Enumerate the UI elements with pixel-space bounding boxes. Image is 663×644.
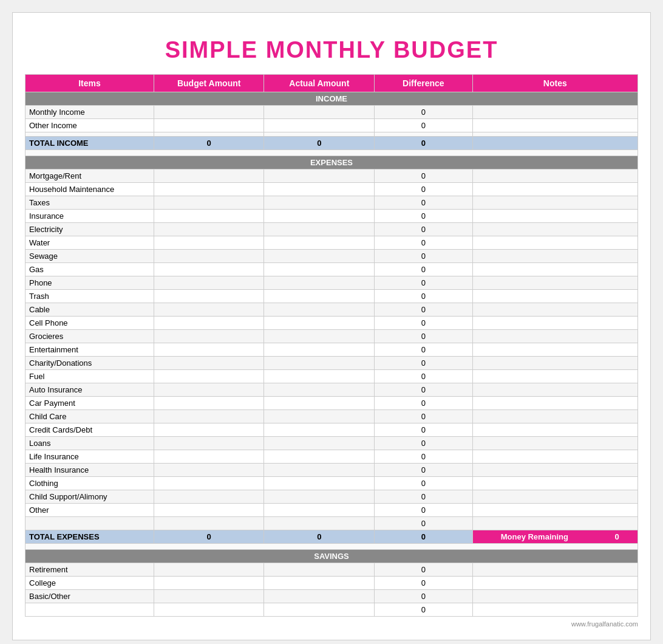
row-actual[interactable]	[264, 183, 375, 196]
row-actual[interactable]	[264, 263, 375, 276]
row-item[interactable]: Taxes	[25, 196, 154, 210]
row-notes[interactable]	[472, 563, 638, 577]
row-item[interactable]: Mortgage/Rent	[25, 170, 154, 183]
row-item[interactable]: Child Care	[25, 410, 154, 423]
row-item[interactable]: Auto Insurance	[25, 383, 154, 397]
row-item[interactable]: Fuel	[25, 370, 154, 383]
row-notes[interactable]	[472, 183, 638, 196]
row-budget[interactable]	[154, 210, 264, 223]
row-item[interactable]: Other Income	[25, 119, 154, 132]
row-notes[interactable]	[472, 170, 638, 183]
row-actual[interactable]	[264, 276, 375, 290]
row-budget[interactable]	[154, 343, 264, 357]
row-budget[interactable]	[154, 517, 264, 530]
row-notes[interactable]	[472, 437, 638, 450]
row-notes[interactable]	[472, 370, 638, 383]
row-budget[interactable]	[154, 450, 264, 464]
row-item[interactable]	[25, 517, 154, 530]
row-budget[interactable]	[154, 196, 264, 210]
row-actual[interactable]	[264, 517, 375, 530]
row-budget[interactable]	[154, 563, 264, 577]
row-item[interactable]: Gas	[25, 263, 154, 276]
row-actual[interactable]	[264, 410, 375, 423]
row-item[interactable]: Clothing	[25, 477, 154, 490]
row-actual[interactable]	[264, 490, 375, 504]
row-budget[interactable]	[154, 504, 264, 517]
row-actual[interactable]	[264, 383, 375, 397]
row-budget[interactable]	[154, 223, 264, 236]
row-actual[interactable]	[264, 210, 375, 223]
row-actual[interactable]	[264, 397, 375, 410]
row-item[interactable]: Credit Cards/Debt	[25, 423, 154, 437]
row-item[interactable]: Household Maintenance	[25, 183, 154, 196]
row-item[interactable]: Cable	[25, 303, 154, 317]
row-budget[interactable]	[154, 410, 264, 423]
row-actual[interactable]	[264, 423, 375, 437]
row-item[interactable]: Water	[25, 236, 154, 250]
row-budget[interactable]	[154, 477, 264, 490]
row-actual[interactable]	[264, 223, 375, 236]
row-notes[interactable]	[472, 303, 638, 317]
row-actual[interactable]	[264, 250, 375, 263]
row-actual[interactable]	[264, 370, 375, 383]
row-actual[interactable]	[264, 317, 375, 330]
row-item[interactable]: Basic/Other	[25, 590, 154, 603]
row-actual[interactable]	[264, 464, 375, 477]
row-item[interactable]: College	[25, 577, 154, 590]
row-actual[interactable]	[264, 450, 375, 464]
row-actual[interactable]	[264, 330, 375, 343]
row-budget[interactable]	[154, 490, 264, 504]
row-item[interactable]: Trash	[25, 290, 154, 303]
row-notes[interactable]	[472, 290, 638, 303]
row-item[interactable]: Health Insurance	[25, 464, 154, 477]
row-budget[interactable]	[154, 330, 264, 343]
row-notes[interactable]	[472, 317, 638, 330]
row-budget[interactable]	[154, 170, 264, 183]
row-actual[interactable]	[264, 343, 375, 357]
row-item[interactable]: Grocieres	[25, 330, 154, 343]
row-actual[interactable]	[264, 590, 375, 603]
row-notes[interactable]	[472, 223, 638, 236]
row-actual[interactable]	[264, 106, 375, 119]
row-budget[interactable]	[154, 603, 264, 617]
row-actual[interactable]	[264, 437, 375, 450]
row-notes[interactable]	[472, 410, 638, 423]
row-budget[interactable]	[154, 250, 264, 263]
row-item[interactable]: Electricity	[25, 223, 154, 236]
row-actual[interactable]	[264, 303, 375, 317]
row-actual[interactable]	[264, 170, 375, 183]
row-budget[interactable]	[154, 276, 264, 290]
row-notes[interactable]	[472, 343, 638, 357]
row-notes[interactable]	[472, 464, 638, 477]
row-notes[interactable]	[472, 490, 638, 504]
row-budget[interactable]	[154, 590, 264, 603]
row-item[interactable]: Sewage	[25, 250, 154, 263]
row-notes[interactable]	[472, 504, 638, 517]
row-notes[interactable]	[472, 590, 638, 603]
row-notes[interactable]	[472, 330, 638, 343]
row-actual[interactable]	[264, 290, 375, 303]
row-item[interactable]: Entertainment	[25, 343, 154, 357]
row-budget[interactable]	[154, 383, 264, 397]
row-item[interactable]: Retirement	[25, 563, 154, 577]
row-actual[interactable]	[264, 119, 375, 132]
row-item[interactable]: Child Support/Alimony	[25, 490, 154, 504]
row-budget[interactable]	[154, 183, 264, 196]
row-notes[interactable]	[472, 210, 638, 223]
row-actual[interactable]	[264, 357, 375, 370]
row-notes[interactable]	[472, 383, 638, 397]
row-budget[interactable]	[154, 577, 264, 590]
row-notes[interactable]	[472, 423, 638, 437]
row-item[interactable]: Charity/Donations	[25, 357, 154, 370]
row-budget[interactable]	[154, 119, 264, 132]
row-actual[interactable]	[264, 236, 375, 250]
row-notes[interactable]	[472, 119, 638, 132]
row-notes[interactable]	[472, 236, 638, 250]
row-notes[interactable]	[472, 250, 638, 263]
row-budget[interactable]	[154, 290, 264, 303]
row-actual[interactable]	[264, 577, 375, 590]
row-actual[interactable]	[264, 477, 375, 490]
row-notes[interactable]	[472, 357, 638, 370]
row-actual[interactable]	[264, 563, 375, 577]
row-item[interactable]: Other	[25, 504, 154, 517]
